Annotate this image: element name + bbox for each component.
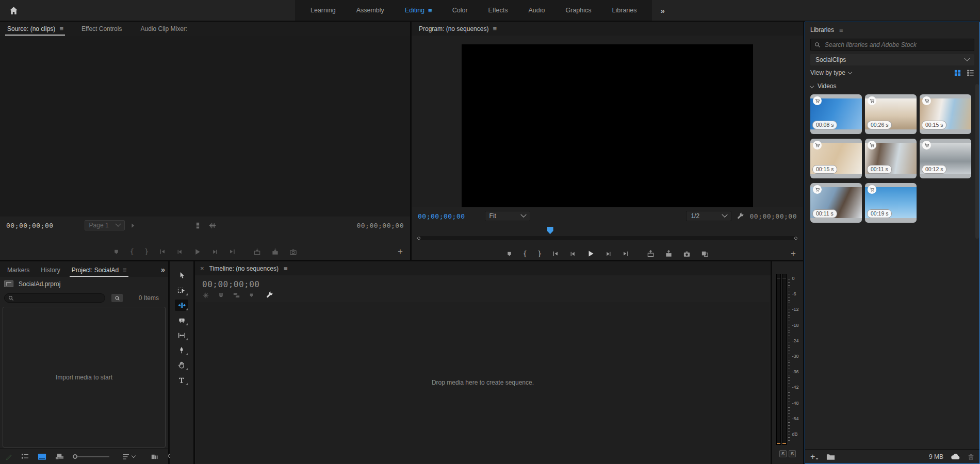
go-to-in-button[interactable] (159, 248, 166, 255)
button-editor-button[interactable]: + (791, 248, 796, 259)
step-back-button[interactable] (176, 248, 183, 255)
linked-selection-icon[interactable] (233, 292, 240, 299)
drag-audio-icon[interactable] (208, 222, 216, 229)
playback-resolution-select[interactable]: 1/2 (686, 211, 731, 221)
export-frame-button[interactable] (289, 248, 297, 256)
solo-right-button[interactable]: S (789, 450, 796, 457)
add-marker-button[interactable] (506, 251, 513, 257)
mark-out-button[interactable]: } (537, 250, 542, 258)
export-frame-button[interactable] (683, 250, 691, 258)
tab-markers[interactable]: Markers (5, 267, 31, 277)
tab-assembly[interactable]: Assembly (346, 0, 395, 21)
timeline-drop-zone[interactable]: Drop media here to create sequence. (196, 302, 770, 463)
project-file-row[interactable]: SocialAd.prproj (0, 277, 168, 291)
panel-menu-icon[interactable]: ≡ (123, 266, 126, 274)
timeline-settings-wrench-icon[interactable] (266, 291, 273, 299)
lift-button[interactable] (647, 250, 655, 258)
close-panel-icon[interactable]: × (200, 264, 204, 272)
cart-icon[interactable] (813, 141, 822, 150)
tab-program-monitor[interactable]: Program: (no sequences)≡ (417, 25, 498, 36)
freeform-view-button[interactable] (55, 453, 64, 460)
panel-menu-icon[interactable]: ≡ (493, 25, 496, 32)
workspace-menu-icon[interactable]: ≡ (428, 7, 432, 14)
panel-menu-icon[interactable]: ≡ (284, 264, 287, 272)
razor-tool[interactable] (175, 314, 188, 326)
go-to-out-button[interactable] (622, 250, 629, 257)
panel-menu-icon[interactable]: ≡ (59, 25, 63, 32)
hand-tool[interactable] (175, 359, 188, 371)
playhead[interactable] (547, 227, 553, 234)
project-bin-area[interactable]: Import media to start (3, 307, 166, 448)
slip-tool[interactable] (175, 329, 188, 341)
tab-learning[interactable]: Learning (300, 0, 346, 21)
tab-effect-controls[interactable]: Effect Controls (79, 25, 124, 36)
mark-in-button[interactable]: { (130, 247, 134, 256)
tab-project[interactable]: Project: SocialAd≡ (70, 266, 128, 277)
program-timecode-current[interactable]: 00;00;00;00 (418, 212, 465, 220)
video-card[interactable]: 00:12 s (920, 139, 971, 178)
panel-menu-icon[interactable]: ≡ (839, 26, 843, 34)
project-search-box[interactable] (4, 293, 105, 303)
libraries-search-input[interactable] (824, 41, 970, 49)
list-view-button[interactable] (967, 69, 974, 76)
libraries-scrollbar[interactable] (975, 84, 979, 239)
extract-button[interactable] (665, 250, 673, 258)
play-button[interactable] (193, 248, 201, 256)
program-zoom-select[interactable]: Fit (485, 211, 530, 221)
sort-button[interactable] (122, 454, 135, 460)
nest-sequences-icon[interactable] (202, 292, 209, 299)
mark-out-button[interactable]: } (144, 247, 149, 256)
import-folder-button[interactable] (826, 453, 835, 460)
video-card[interactable]: 00:26 s (865, 94, 917, 134)
video-card[interactable]: 00:15 s (810, 139, 862, 178)
tab-audio[interactable]: Audio (518, 0, 556, 21)
add-marker-button[interactable] (113, 248, 120, 255)
home-button[interactable] (0, 6, 27, 15)
cart-icon[interactable] (868, 141, 876, 150)
video-card[interactable]: 00:15 s (920, 94, 971, 134)
mark-in-button[interactable]: { (523, 250, 527, 258)
cart-icon[interactable] (922, 96, 931, 105)
grid-view-button[interactable] (954, 69, 961, 77)
insert-button[interactable] (253, 248, 261, 256)
solo-left-button[interactable]: S (779, 450, 787, 457)
cart-icon[interactable] (813, 96, 822, 105)
comparison-view-button[interactable] (701, 250, 709, 258)
program-scrubber[interactable] (412, 225, 803, 245)
ripple-edit-tool[interactable] (175, 300, 188, 311)
tab-editing[interactable]: Editing≡ (395, 0, 442, 21)
add-marker-icon[interactable] (249, 292, 254, 298)
icon-view-button[interactable] (38, 453, 46, 460)
project-search-input[interactable] (14, 294, 101, 302)
cart-icon[interactable] (813, 185, 822, 194)
button-editor-button[interactable]: + (398, 246, 403, 257)
scrubber-track[interactable] (417, 236, 798, 240)
source-page-select[interactable]: Page 1 (85, 220, 125, 230)
tab-libraries[interactable]: Libraries (602, 0, 647, 21)
go-to-in-button[interactable] (552, 250, 559, 257)
selection-tool[interactable] (175, 270, 188, 281)
cart-icon[interactable] (868, 96, 876, 105)
tab-source-monitor[interactable]: Source: (no clips)≡ (5, 25, 65, 36)
tab-effects[interactable]: Effects (478, 0, 518, 21)
scrubber-end-handle[interactable] (794, 237, 797, 240)
tab-graphics[interactable]: Graphics (556, 0, 602, 21)
view-by-label[interactable]: View by type (810, 69, 845, 76)
panel-overflow-button[interactable]: » (161, 265, 165, 277)
go-to-out-button[interactable] (228, 248, 236, 255)
pen-tool[interactable] (175, 344, 188, 356)
track-select-forward-tool[interactable] (175, 285, 188, 296)
snap-icon[interactable] (218, 292, 224, 299)
cart-icon[interactable] (922, 141, 931, 150)
step-back-button[interactable] (569, 251, 576, 257)
page-forward-icon[interactable] (130, 223, 136, 228)
sync-cloud-icon[interactable] (951, 453, 960, 460)
videos-section-header[interactable]: Videos (805, 80, 979, 92)
libraries-search-box[interactable] (810, 39, 974, 51)
program-settings-wrench-icon[interactable] (737, 212, 744, 220)
tab-audio-clip-mixer[interactable]: Audio Clip Mixer: (138, 25, 189, 36)
tab-color[interactable]: Color (442, 0, 478, 21)
library-select[interactable]: SocialClips (810, 54, 974, 65)
overwrite-button[interactable] (271, 248, 279, 256)
timeline-timecode[interactable]: 00;00;00;00 (195, 275, 771, 290)
